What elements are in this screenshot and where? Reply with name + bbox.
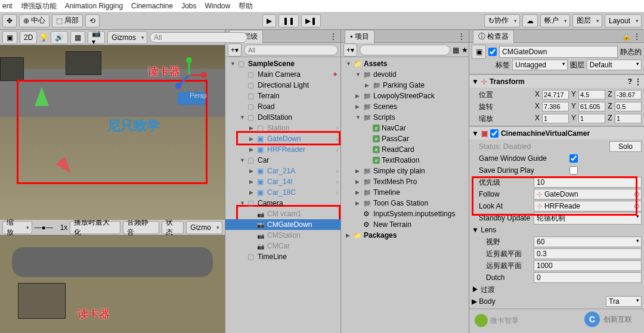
hierarchy-search[interactable] [244,45,338,55]
expand-icon[interactable]: ▶ [249,168,255,174]
expand-icon[interactable]: ▶ [365,82,371,88]
tree-item-devotid[interactable]: ▼devotid [341,69,469,80]
fx-button[interactable]: ▦ [70,31,85,44]
tree-item-car_14i[interactable]: ▶Car_14I› [225,176,340,187]
hierarchy-add-button[interactable]: +▾ [228,43,242,57]
expand-icon[interactable]: ▼ [346,61,352,67]
follow-field[interactable]: ⊹GateDown [534,189,642,200]
tree-item-cmstation[interactable]: CMStation [225,230,340,241]
foldout-icon[interactable]: ▼ [472,129,479,138]
chevron-icon[interactable]: › [336,179,338,185]
layout-dropdown[interactable]: Layout [605,14,642,27]
scl-z-field[interactable] [615,114,642,123]
account-dropdown[interactable]: 帐户 [540,14,570,27]
tree-item-hrfreader[interactable]: ▶HRFReader› [225,144,340,155]
tree-item-directional-light[interactable]: Directional Light [225,80,340,91]
chevron-icon[interactable]: › [336,147,338,153]
tree-item-cmgatedown[interactable]: CMGateDown [225,219,340,230]
tree-item-textmesh-pro[interactable]: ▶TextMesh Pro [341,176,469,187]
expand-icon[interactable]: ▶ [249,189,255,195]
chevron-icon[interactable]: › [336,168,338,175]
tree-item-passcar[interactable]: #PassCar [341,133,469,144]
tree-item-toon-gas-station[interactable]: ▶Toon Gas Station [341,198,469,208]
chevron-icon[interactable]: › [336,136,338,142]
tree-item-gatedown[interactable]: ▶GateDown› [225,133,340,144]
near-field[interactable]: 0.3 [534,248,642,259]
play-button[interactable]: ▶ [262,14,276,27]
rot-x-field[interactable] [542,102,569,111]
expand-icon[interactable]: ▶ [355,179,361,185]
solo-button[interactable]: Solo [609,141,642,152]
pos-z-field[interactable] [615,90,642,99]
gizmos2-dropdown[interactable]: Gizmo [186,221,222,234]
gameobject-active-checkbox[interactable] [488,48,497,56]
step-button[interactable]: ▶❚ [301,14,321,27]
chevron-icon[interactable]: › [336,125,338,132]
saveplay-checkbox[interactable] [569,166,578,175]
rot-z-field[interactable] [615,102,642,111]
expand-icon[interactable]: ▼ [230,61,236,67]
tree-item-samplescene[interactable]: ▼SampleScene [225,58,340,69]
menu-cinemachine[interactable]: Cinemachine [131,2,173,10]
tree-item-camera[interactable]: ▼Camera [225,198,340,208]
expand-icon[interactable]: ▼ [355,71,361,77]
maximize-button[interactable]: 播放时最大化 [70,221,120,234]
menu-enhanced[interactable]: 增强版功能 [21,1,57,11]
component-menu-icon[interactable]: ⋮ [634,77,642,86]
priority-field[interactable]: 10 [534,177,642,188]
tree-item-terrain[interactable]: Terrain [225,91,340,101]
dutch-field[interactable]: 0 [534,272,642,283]
expand-icon[interactable]: ▼ [240,157,246,163]
scene-view[interactable]: Persp 读卡器 尼只致学 [0,45,225,220]
gizmos-dropdown[interactable]: Gizmos [107,31,147,44]
collab-dropdown[interactable]: ↻ 协作 [484,14,520,27]
pos-x-field[interactable] [542,90,569,99]
hand-tool[interactable]: ✥ [2,14,17,27]
pivot-local-button[interactable]: ⬚局部 [52,14,83,27]
audio-button[interactable]: 🔊 [51,31,68,44]
inspector-tab[interactable]: ⓘ 检查器 [473,30,514,43]
tree-item-assets[interactable]: ▼Assets [341,58,469,69]
pos-y-field[interactable] [578,90,605,99]
tree-item-station[interactable]: ▶Station› [225,123,340,133]
help-icon[interactable]: ? [628,77,632,86]
tree-item-car_18c[interactable]: ▶Car_18C› [225,187,340,198]
tree-item-textroation[interactable]: #TextRoation [341,155,469,166]
tree-item-packages[interactable]: ▶Packages [341,230,469,241]
2d-button[interactable]: 2D [20,31,37,44]
gameobject-name-field[interactable] [499,46,618,58]
shaded-button[interactable]: ▣ [2,31,17,44]
body-foldout[interactable]: ▶ Body [472,297,496,306]
lens-foldout[interactable]: ▼ Lens [472,226,496,234]
filter-icon[interactable]: ▦ [453,46,459,54]
expand-icon[interactable]: ▶ [355,200,361,206]
expand-icon[interactable]: ▶ [346,232,352,238]
expand-icon[interactable]: ▶ [355,104,361,110]
layers-dropdown[interactable]: 图层 [572,14,602,27]
tree-item-inputsystem-inputsettings[interactable]: ⚙InputSystem.inputsettings [341,208,469,219]
panel-menu-icon[interactable]: ⋮ [458,32,465,41]
tree-item-timeline[interactable]: ▶Timeline [341,187,469,198]
menu-ent[interactable]: ent [2,2,13,10]
game-view[interactable]: 读卡器 [0,235,225,333]
tree-item-parking-gate[interactable]: ▶Parking Gate [341,80,469,91]
gwguides-checkbox[interactable] [569,154,578,163]
cloud-button[interactable]: ☁ [522,14,538,27]
pivot-center-button[interactable]: ⊕中心 [19,14,49,27]
expand-icon[interactable]: ▶ [355,93,361,99]
tree-item-readcard[interactable]: #ReadCard [341,144,469,155]
tag-dropdown[interactable]: Untagged [512,60,568,70]
fov-field[interactable]: 60 [534,236,642,247]
snap-button[interactable]: ⟲ [85,14,100,27]
tree-item-main-camera[interactable]: Main Camera ✦ [225,69,340,80]
menu-help[interactable]: 帮助 [239,1,253,11]
expand-icon[interactable]: ▼ [240,200,246,206]
scl-x-field[interactable] [542,114,569,123]
far-field[interactable]: 1000 [534,260,642,271]
tree-item-road[interactable]: Road [225,101,340,112]
pause-button[interactable]: ❚❚ [278,14,299,27]
rot-y-field[interactable] [578,102,605,111]
project-search[interactable] [360,45,450,55]
tree-item-car_21a[interactable]: ▶Car_21A› [225,166,340,176]
standby-dropdown[interactable]: 轮循机制 [534,212,642,225]
